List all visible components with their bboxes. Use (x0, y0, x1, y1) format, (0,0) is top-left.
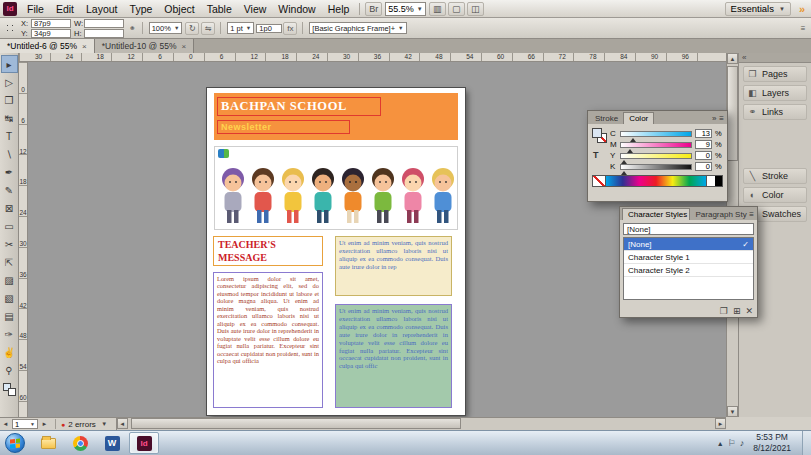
subtitle-text-frame[interactable]: Newsletter (217, 120, 350, 134)
free-transform-tool-icon[interactable]: ⇱ (1, 253, 18, 271)
zoom-tool-icon[interactable]: ⚲ (1, 361, 18, 379)
menu-item[interactable]: File (21, 1, 50, 17)
style-group-icon[interactable]: ❐ (720, 306, 728, 316)
taskbar-chrome-button[interactable] (65, 432, 95, 454)
sidebar-note-yellow-frame[interactable]: Ut enim ad minim veniam, quis nostrud ex… (335, 236, 452, 296)
object-style-select[interactable]: [Basic Graphics Frame]+ ▼ (309, 22, 406, 34)
menu-item[interactable]: Help (322, 1, 356, 17)
workspace-switcher[interactable]: Essentials ▼ (725, 2, 791, 16)
rectangle-tool-icon[interactable]: ▭ (1, 217, 18, 235)
document-tab-untitled-10[interactable]: *Untitled-10 @ 55% × (95, 39, 194, 53)
tab-character-styles[interactable]: Character Styles (622, 208, 690, 220)
eyedropper-tool-icon[interactable]: ✑ (1, 325, 18, 343)
page-number-select[interactable]: 1 ▼ (12, 419, 38, 429)
yellow-value-field[interactable]: 0 (695, 151, 712, 160)
direct-selection-tool-icon[interactable]: ▷ (1, 73, 18, 91)
image-frame[interactable] (214, 146, 458, 230)
yellow-slider[interactable] (620, 153, 692, 159)
effects-icon[interactable]: fx (283, 22, 297, 35)
style-item-character-style-1[interactable]: Character Style 1 (624, 251, 753, 264)
view-options-icon[interactable]: ▥ (429, 2, 446, 16)
corner-size-field[interactable]: 1p0 (256, 24, 282, 33)
document-tab-untitled-6[interactable]: *Untitled-6 @ 55% × (0, 39, 95, 53)
menu-item[interactable]: Table (201, 1, 238, 17)
dock-links-button[interactable]: ⚭ Links (743, 104, 807, 120)
cyan-slider[interactable] (620, 131, 692, 137)
cyan-value-field[interactable]: 13 (695, 129, 712, 138)
menu-item[interactable]: Object (158, 1, 200, 17)
expand-panels-icon[interactable]: « (739, 53, 811, 63)
horizontal-scroll-thumb[interactable] (131, 418, 461, 429)
taskbar-indesign-button[interactable]: Id (129, 432, 159, 454)
scroll-up-icon[interactable]: ▲ (727, 53, 738, 64)
hand-tool-icon[interactable]: ✌ (1, 343, 18, 361)
scroll-left-icon[interactable]: ◄ (117, 418, 128, 429)
page-tool-icon[interactable]: ❐ (1, 91, 18, 109)
taskbar-word-button[interactable]: W (97, 432, 127, 454)
collapse-panel-icon[interactable]: » (712, 114, 716, 123)
stroke-weight-select[interactable]: 1 pt ▼ (227, 22, 254, 34)
delete-style-icon[interactable]: ✕ (745, 306, 753, 316)
selection-tool-icon[interactable]: ▸ (1, 55, 18, 73)
reference-point-proxy[interactable] (5, 23, 16, 34)
h-field[interactable] (84, 29, 124, 38)
fill-swatch[interactable] (592, 128, 602, 138)
magenta-value-field[interactable]: 9 (695, 140, 712, 149)
arrange-documents-icon[interactable]: ◫ (467, 2, 484, 16)
black-value-field[interactable]: 0 (695, 162, 712, 171)
screen-mode-icon[interactable]: ▢ (448, 2, 465, 16)
rotate-icon[interactable]: ↻ (185, 22, 199, 35)
title-text-frame[interactable]: BACHPAN SCHOOL (217, 97, 381, 116)
show-desktop-button[interactable] (802, 431, 811, 455)
dock-pages-button[interactable]: ❐ Pages (743, 66, 807, 82)
gap-tool-icon[interactable]: ↹ (1, 109, 18, 127)
dock-color-button[interactable]: ◐ Color (743, 187, 807, 203)
link-dimensions-icon[interactable]: ⚭ (129, 24, 136, 33)
menu-item[interactable]: Edit (50, 1, 80, 17)
close-icon[interactable]: × (82, 42, 87, 51)
menu-item[interactable]: View (238, 1, 273, 17)
taskbar-explorer-button[interactable] (33, 432, 63, 454)
panel-menu-icon[interactable]: ≡ (719, 114, 724, 123)
white-black-swatches[interactable] (707, 175, 723, 187)
show-hidden-icons[interactable]: ▲ (717, 440, 724, 447)
next-page-icon[interactable]: ► (39, 421, 50, 427)
scale-field[interactable]: 100% ▼ (149, 22, 183, 34)
w-field[interactable] (84, 19, 124, 28)
style-filter-field[interactable]: [None] (623, 223, 754, 235)
vertical-scroll-thumb[interactable] (727, 66, 738, 161)
color-spectrum-ramp[interactable] (606, 175, 707, 187)
tab-paragraph-styles[interactable]: Paragraph Sty (690, 209, 749, 220)
preflight-menu-icon[interactable]: ▼ (99, 421, 110, 427)
style-item-character-style-2[interactable]: Character Style 2 (624, 264, 753, 277)
taskbar-clock[interactable]: 5:53 PM 8/12/2021 (748, 432, 798, 453)
header-banner[interactable]: BACHPAN SCHOOL Newsletter (214, 93, 458, 140)
magenta-slider[interactable] (620, 142, 692, 148)
panel-menu-icon[interactable]: ≡ (749, 210, 754, 219)
pen-tool-icon[interactable]: ✒ (1, 163, 18, 181)
volume-icon[interactable]: ♪ (740, 438, 745, 448)
menu-item[interactable]: Layout (80, 1, 124, 17)
y-field[interactable]: 34p9 (31, 29, 71, 38)
dock-stroke-button[interactable]: ╲ Stroke (743, 168, 807, 184)
action-center-icon[interactable]: ⚐ (728, 438, 736, 448)
fill-stroke-proxy[interactable] (3, 383, 16, 396)
bridge-icon[interactable]: Br (365, 2, 382, 16)
menu-item[interactable]: Window (272, 1, 321, 17)
body-text-frame[interactable]: Lorem ipsum dolor sit amet, consectetur … (213, 272, 323, 408)
dock-layers-button[interactable]: ◧ Layers (743, 85, 807, 101)
new-style-icon[interactable]: ⊞ (733, 306, 741, 316)
line-tool-icon[interactable]: ∖ (1, 145, 18, 163)
none-swatch[interactable] (592, 175, 606, 187)
gradient-tool-icon[interactable]: ▨ (1, 271, 18, 289)
note-tool-icon[interactable]: ▤ (1, 307, 18, 325)
start-button[interactable] (5, 433, 25, 453)
tab-color[interactable]: Color (623, 112, 654, 124)
tab-stroke[interactable]: Stroke (590, 113, 623, 124)
control-panel-menu-icon[interactable]: ≡ (796, 22, 810, 35)
indesign-app-icon[interactable]: Id (3, 2, 17, 16)
document-page[interactable]: BACHPAN SCHOOL Newsletter (207, 88, 465, 415)
fill-stroke-proxy[interactable]: T (592, 128, 610, 172)
flip-icon[interactable]: ⇋ (201, 22, 215, 35)
app-bar-collapse-icon[interactable]: » (799, 3, 805, 15)
